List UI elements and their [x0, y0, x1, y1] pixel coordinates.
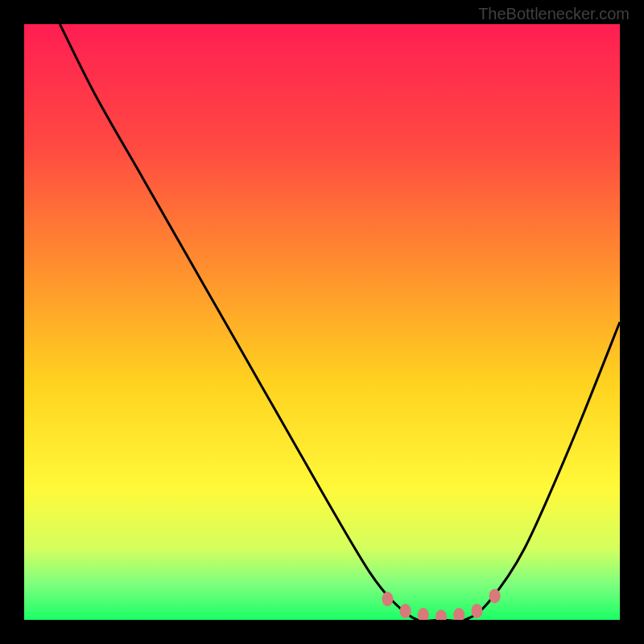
- marker-dot: [400, 604, 411, 618]
- watermark-text: TheBottlenecker.com: [478, 5, 630, 23]
- marker-dot: [471, 604, 482, 618]
- gradient-background: [24, 24, 620, 620]
- chart-svg: [24, 24, 620, 620]
- marker-dot: [489, 588, 501, 603]
- marker-dot: [382, 592, 393, 606]
- chart-container: [24, 24, 620, 620]
